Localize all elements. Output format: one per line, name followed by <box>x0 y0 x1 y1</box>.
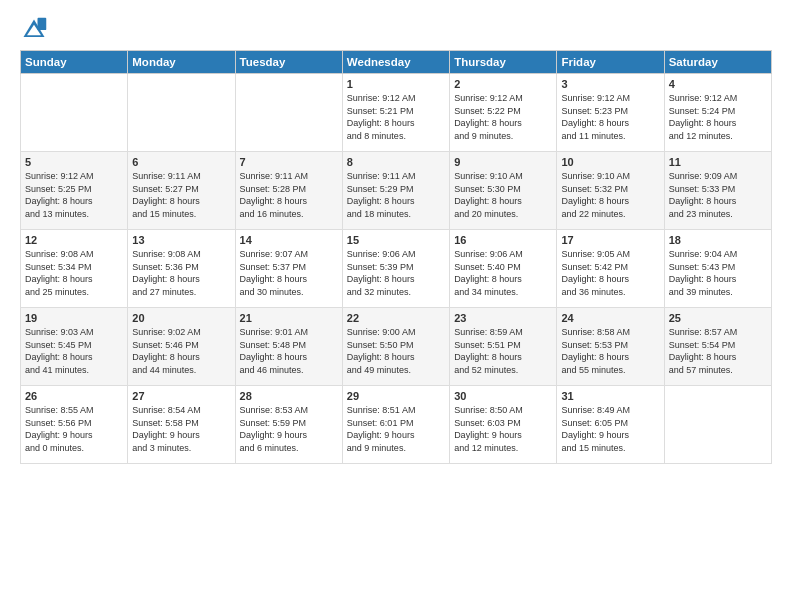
day-number: 9 <box>454 156 552 168</box>
svg-rect-3 <box>38 18 47 30</box>
day-number: 22 <box>347 312 445 324</box>
day-info: Sunrise: 9:06 AM Sunset: 5:39 PM Dayligh… <box>347 248 445 298</box>
day-cell: 9Sunrise: 9:10 AM Sunset: 5:30 PM Daylig… <box>450 152 557 230</box>
day-number: 13 <box>132 234 230 246</box>
day-cell: 1Sunrise: 9:12 AM Sunset: 5:21 PM Daylig… <box>342 74 449 152</box>
day-info: Sunrise: 8:54 AM Sunset: 5:58 PM Dayligh… <box>132 404 230 454</box>
day-number: 29 <box>347 390 445 402</box>
day-cell: 2Sunrise: 9:12 AM Sunset: 5:22 PM Daylig… <box>450 74 557 152</box>
day-cell: 26Sunrise: 8:55 AM Sunset: 5:56 PM Dayli… <box>21 386 128 464</box>
day-cell: 24Sunrise: 8:58 AM Sunset: 5:53 PM Dayli… <box>557 308 664 386</box>
day-cell: 17Sunrise: 9:05 AM Sunset: 5:42 PM Dayli… <box>557 230 664 308</box>
weekday-header-thursday: Thursday <box>450 51 557 74</box>
day-number: 10 <box>561 156 659 168</box>
day-info: Sunrise: 9:12 AM Sunset: 5:25 PM Dayligh… <box>25 170 123 220</box>
day-cell <box>128 74 235 152</box>
day-cell: 30Sunrise: 8:50 AM Sunset: 6:03 PM Dayli… <box>450 386 557 464</box>
day-info: Sunrise: 9:12 AM Sunset: 5:23 PM Dayligh… <box>561 92 659 142</box>
day-cell <box>21 74 128 152</box>
day-info: Sunrise: 9:07 AM Sunset: 5:37 PM Dayligh… <box>240 248 338 298</box>
day-number: 6 <box>132 156 230 168</box>
day-number: 25 <box>669 312 767 324</box>
weekday-header-friday: Friday <box>557 51 664 74</box>
day-info: Sunrise: 9:08 AM Sunset: 5:36 PM Dayligh… <box>132 248 230 298</box>
day-cell <box>235 74 342 152</box>
day-info: Sunrise: 9:04 AM Sunset: 5:43 PM Dayligh… <box>669 248 767 298</box>
day-cell: 10Sunrise: 9:10 AM Sunset: 5:32 PM Dayli… <box>557 152 664 230</box>
week-row-1: 1Sunrise: 9:12 AM Sunset: 5:21 PM Daylig… <box>21 74 772 152</box>
day-info: Sunrise: 9:05 AM Sunset: 5:42 PM Dayligh… <box>561 248 659 298</box>
day-number: 14 <box>240 234 338 246</box>
day-number: 28 <box>240 390 338 402</box>
day-number: 23 <box>454 312 552 324</box>
day-cell: 16Sunrise: 9:06 AM Sunset: 5:40 PM Dayli… <box>450 230 557 308</box>
day-info: Sunrise: 9:12 AM Sunset: 5:21 PM Dayligh… <box>347 92 445 142</box>
day-info: Sunrise: 8:50 AM Sunset: 6:03 PM Dayligh… <box>454 404 552 454</box>
day-cell: 15Sunrise: 9:06 AM Sunset: 5:39 PM Dayli… <box>342 230 449 308</box>
weekday-header-tuesday: Tuesday <box>235 51 342 74</box>
day-number: 5 <box>25 156 123 168</box>
day-info: Sunrise: 8:59 AM Sunset: 5:51 PM Dayligh… <box>454 326 552 376</box>
day-info: Sunrise: 9:06 AM Sunset: 5:40 PM Dayligh… <box>454 248 552 298</box>
day-number: 20 <box>132 312 230 324</box>
day-number: 2 <box>454 78 552 90</box>
week-row-3: 12Sunrise: 9:08 AM Sunset: 5:34 PM Dayli… <box>21 230 772 308</box>
day-info: Sunrise: 9:00 AM Sunset: 5:50 PM Dayligh… <box>347 326 445 376</box>
day-number: 12 <box>25 234 123 246</box>
day-cell: 28Sunrise: 8:53 AM Sunset: 5:59 PM Dayli… <box>235 386 342 464</box>
day-number: 7 <box>240 156 338 168</box>
day-number: 21 <box>240 312 338 324</box>
day-info: Sunrise: 8:53 AM Sunset: 5:59 PM Dayligh… <box>240 404 338 454</box>
day-info: Sunrise: 8:49 AM Sunset: 6:05 PM Dayligh… <box>561 404 659 454</box>
day-cell: 22Sunrise: 9:00 AM Sunset: 5:50 PM Dayli… <box>342 308 449 386</box>
weekday-header-row: SundayMondayTuesdayWednesdayThursdayFrid… <box>21 51 772 74</box>
day-cell: 29Sunrise: 8:51 AM Sunset: 6:01 PM Dayli… <box>342 386 449 464</box>
day-cell: 3Sunrise: 9:12 AM Sunset: 5:23 PM Daylig… <box>557 74 664 152</box>
day-info: Sunrise: 9:10 AM Sunset: 5:30 PM Dayligh… <box>454 170 552 220</box>
day-info: Sunrise: 9:11 AM Sunset: 5:28 PM Dayligh… <box>240 170 338 220</box>
day-number: 8 <box>347 156 445 168</box>
calendar-table: SundayMondayTuesdayWednesdayThursdayFrid… <box>20 50 772 464</box>
week-row-5: 26Sunrise: 8:55 AM Sunset: 5:56 PM Dayli… <box>21 386 772 464</box>
day-cell: 7Sunrise: 9:11 AM Sunset: 5:28 PM Daylig… <box>235 152 342 230</box>
day-number: 24 <box>561 312 659 324</box>
day-cell: 13Sunrise: 9:08 AM Sunset: 5:36 PM Dayli… <box>128 230 235 308</box>
weekday-header-monday: Monday <box>128 51 235 74</box>
week-row-2: 5Sunrise: 9:12 AM Sunset: 5:25 PM Daylig… <box>21 152 772 230</box>
day-cell: 12Sunrise: 9:08 AM Sunset: 5:34 PM Dayli… <box>21 230 128 308</box>
day-number: 15 <box>347 234 445 246</box>
day-cell: 4Sunrise: 9:12 AM Sunset: 5:24 PM Daylig… <box>664 74 771 152</box>
day-info: Sunrise: 9:10 AM Sunset: 5:32 PM Dayligh… <box>561 170 659 220</box>
day-number: 27 <box>132 390 230 402</box>
day-info: Sunrise: 9:08 AM Sunset: 5:34 PM Dayligh… <box>25 248 123 298</box>
weekday-header-wednesday: Wednesday <box>342 51 449 74</box>
day-number: 3 <box>561 78 659 90</box>
day-cell: 25Sunrise: 8:57 AM Sunset: 5:54 PM Dayli… <box>664 308 771 386</box>
day-number: 18 <box>669 234 767 246</box>
day-number: 1 <box>347 78 445 90</box>
day-cell: 11Sunrise: 9:09 AM Sunset: 5:33 PM Dayli… <box>664 152 771 230</box>
day-number: 4 <box>669 78 767 90</box>
calendar-page: SundayMondayTuesdayWednesdayThursdayFrid… <box>0 0 792 474</box>
logo-icon <box>20 16 48 44</box>
day-cell: 19Sunrise: 9:03 AM Sunset: 5:45 PM Dayli… <box>21 308 128 386</box>
day-cell: 6Sunrise: 9:11 AM Sunset: 5:27 PM Daylig… <box>128 152 235 230</box>
day-cell: 21Sunrise: 9:01 AM Sunset: 5:48 PM Dayli… <box>235 308 342 386</box>
day-cell: 5Sunrise: 9:12 AM Sunset: 5:25 PM Daylig… <box>21 152 128 230</box>
day-info: Sunrise: 9:02 AM Sunset: 5:46 PM Dayligh… <box>132 326 230 376</box>
day-info: Sunrise: 9:12 AM Sunset: 5:22 PM Dayligh… <box>454 92 552 142</box>
day-info: Sunrise: 9:11 AM Sunset: 5:27 PM Dayligh… <box>132 170 230 220</box>
day-number: 16 <box>454 234 552 246</box>
day-number: 19 <box>25 312 123 324</box>
day-info: Sunrise: 9:01 AM Sunset: 5:48 PM Dayligh… <box>240 326 338 376</box>
day-cell <box>664 386 771 464</box>
day-number: 30 <box>454 390 552 402</box>
weekday-header-saturday: Saturday <box>664 51 771 74</box>
header <box>20 16 772 44</box>
logo <box>20 16 52 44</box>
day-cell: 20Sunrise: 9:02 AM Sunset: 5:46 PM Dayli… <box>128 308 235 386</box>
day-cell: 31Sunrise: 8:49 AM Sunset: 6:05 PM Dayli… <box>557 386 664 464</box>
day-cell: 14Sunrise: 9:07 AM Sunset: 5:37 PM Dayli… <box>235 230 342 308</box>
day-cell: 27Sunrise: 8:54 AM Sunset: 5:58 PM Dayli… <box>128 386 235 464</box>
day-cell: 18Sunrise: 9:04 AM Sunset: 5:43 PM Dayli… <box>664 230 771 308</box>
